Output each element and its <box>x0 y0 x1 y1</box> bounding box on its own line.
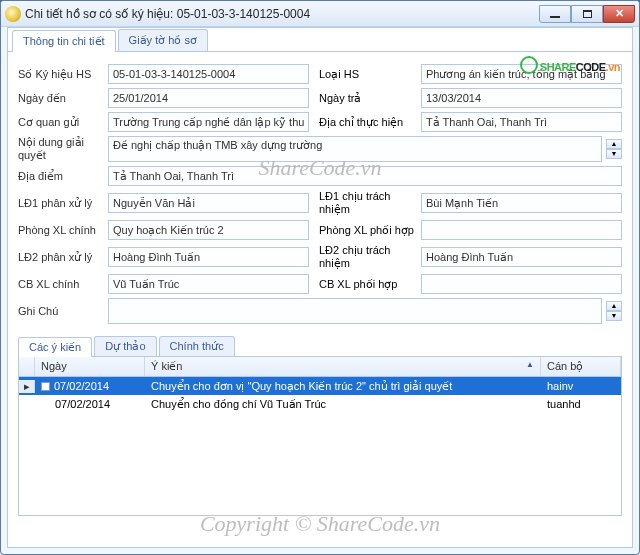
brand-logo: SHARECODE.vn <box>520 56 620 75</box>
cell-staff: tuanhd <box>541 396 621 412</box>
minimize-button[interactable] <box>539 5 571 23</box>
detail-form: Số Ký hiệu HS Loại HS Ngày đến Ngày trả … <box>8 52 632 332</box>
maximize-button[interactable] <box>571 5 603 23</box>
window-controls: ✕ <box>539 5 635 23</box>
spin-up-icon[interactable]: ▲ <box>606 139 622 149</box>
client-area: Thông tin chi tiết Giấy tờ hồ sơ SHARECO… <box>7 27 633 548</box>
label-ngay-den: Ngày đến <box>18 92 104 105</box>
grid-header-date[interactable]: Ngày <box>35 357 145 376</box>
field-phong-ph[interactable] <box>421 220 622 240</box>
label-loai-hs: Loại HS <box>313 68 417 81</box>
titlebar: Chi tiết hồ sơ có số ký hiệu: 05-01-03-3… <box>1 1 639 27</box>
field-dia-diem[interactable] <box>108 166 622 186</box>
field-noi-dung[interactable]: Đề nghị chấp thuận TMB xây dựng trường <box>108 136 602 162</box>
field-cb-xl[interactable] <box>108 274 309 294</box>
field-ld2-xl[interactable] <box>108 247 309 267</box>
close-button[interactable]: ✕ <box>603 5 635 23</box>
grid-header-opinion[interactable]: Ý kiến <box>145 357 541 376</box>
brand-icon <box>520 56 538 74</box>
field-dia-chi-th[interactable] <box>421 112 622 132</box>
label-phong-ph: Phòng XL phối hợp <box>313 224 417 237</box>
tab-documents[interactable]: Giấy tờ hồ sơ <box>118 29 208 51</box>
field-ngay-tra[interactable] <box>421 88 622 108</box>
subtab-opinions[interactable]: Các ý kiến <box>18 337 92 357</box>
sub-tabs: Các ý kiến Dự thảo Chính thức <box>8 334 632 356</box>
label-dia-chi-th: Địa chỉ thực hiện <box>313 116 417 129</box>
label-ld1-xl: LĐ1 phân xử lý <box>18 197 104 210</box>
spin-up-icon[interactable]: ▲ <box>606 301 622 311</box>
field-ngay-den[interactable] <box>108 88 309 108</box>
label-noi-dung: Nội dung giải quyết <box>18 136 104 162</box>
label-so-ky-hieu: Số Ký hiệu HS <box>18 68 104 81</box>
label-ld2-xl: LĐ2 phân xử lý <box>18 251 104 264</box>
spin-down-icon[interactable]: ▼ <box>606 311 622 321</box>
label-cb-xl: CB XL chính <box>18 278 104 290</box>
label-ngay-tra: Ngày trả <box>313 92 417 105</box>
label-phong-xl: Phòng XL chính <box>18 224 104 236</box>
grid-header-staff[interactable]: Cán bộ <box>541 357 621 376</box>
cell-date: -07/02/2014 <box>35 378 145 394</box>
field-ld1-xl[interactable] <box>108 193 309 213</box>
main-tabs: Thông tin chi tiết Giấy tờ hồ sơ <box>8 28 632 52</box>
spin-down-icon[interactable]: ▼ <box>606 149 622 159</box>
subtab-official[interactable]: Chính thức <box>159 336 235 356</box>
field-ld2-cn[interactable] <box>421 247 622 267</box>
field-co-quan-gui[interactable] <box>108 112 309 132</box>
grid-header-indicator <box>19 357 35 376</box>
label-co-quan-gui: Cơ quan gửi <box>18 116 104 129</box>
field-cb-ph[interactable] <box>421 274 622 294</box>
cell-opinion: Chuyển cho đơn vị "Quy hoạch Kiến trúc 2… <box>145 378 541 395</box>
label-cb-ph: CB XL phối hợp <box>313 278 417 291</box>
field-ld1-cn[interactable] <box>421 193 622 213</box>
grid-body: ▸-07/02/2014Chuyển cho đơn vị "Quy hoạch… <box>19 377 621 413</box>
cell-date: 07/02/2014 <box>35 396 145 412</box>
field-so-ky-hieu[interactable] <box>108 64 309 84</box>
window-title: Chi tiết hồ sơ có số ký hiệu: 05-01-03-3… <box>25 7 539 21</box>
label-ld1-cn: LĐ1 chịu trách nhiệm <box>313 190 417 216</box>
noi-dung-spinner[interactable]: ▲▼ <box>606 139 622 159</box>
field-phong-xl[interactable] <box>108 220 309 240</box>
window: Chi tiết hồ sơ có số ký hiệu: 05-01-03-3… <box>0 0 640 555</box>
grid-header: Ngày Ý kiến Cán bộ <box>19 357 621 377</box>
row-indicator: ▸ <box>19 380 35 393</box>
label-dia-diem: Địa điểm <box>18 170 104 183</box>
tab-detail[interactable]: Thông tin chi tiết <box>12 30 116 52</box>
tree-toggle-icon[interactable]: - <box>41 382 50 391</box>
label-ld2-cn: LĐ2 chịu trách nhiệm <box>313 244 417 270</box>
cell-staff: hainv <box>541 378 621 394</box>
table-row[interactable]: 07/02/2014Chuyển cho đồng chí Vũ Tuấn Tr… <box>19 395 621 413</box>
ghi-chu-spinner[interactable]: ▲▼ <box>606 301 622 321</box>
field-ghi-chu[interactable] <box>108 298 602 324</box>
opinions-grid: Ngày Ý kiến Cán bộ ▸-07/02/2014Chuyển ch… <box>18 356 622 516</box>
label-ghi-chu: Ghi Chú <box>18 305 104 317</box>
cell-opinion: Chuyển cho đồng chí Vũ Tuấn Trúc <box>145 396 541 413</box>
subtab-draft[interactable]: Dự thảo <box>94 336 156 356</box>
table-row[interactable]: ▸-07/02/2014Chuyển cho đơn vị "Quy hoạch… <box>19 377 621 395</box>
app-icon <box>5 6 21 22</box>
